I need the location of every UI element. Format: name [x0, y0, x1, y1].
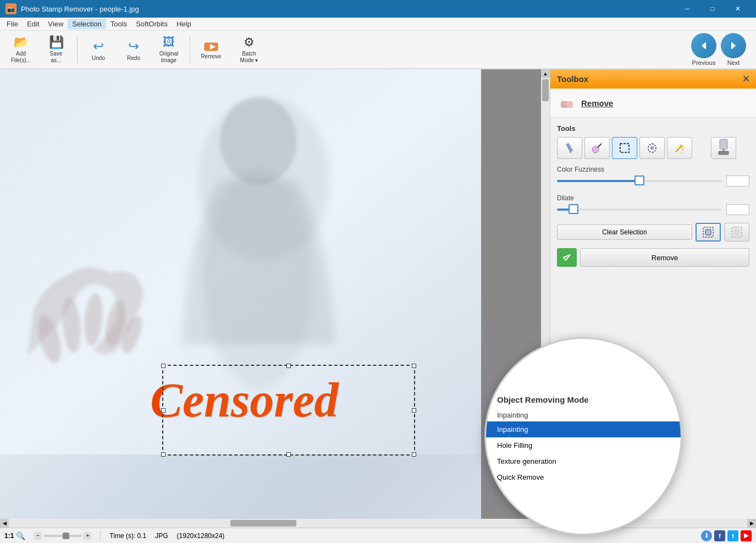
save-selection-icon — [702, 226, 715, 239]
remove-button[interactable]: Remove — [195, 33, 228, 66]
dilate-track[interactable] — [557, 209, 722, 211]
selection-handle-bl[interactable] — [161, 452, 165, 457]
maximize-button[interactable]: □ — [700, 0, 725, 18]
statusbar: 1:1 🔍 − + Time (s): 0.1 JPG (1920x1280x2… — [0, 528, 756, 543]
vertical-scrollbar[interactable]: ▲ ▼ — [541, 69, 550, 519]
twitter-button[interactable]: t — [727, 530, 738, 541]
horizontal-scrollbar[interactable]: ◀ ▶ — [0, 519, 756, 528]
selection-handle-bm[interactable] — [286, 452, 291, 457]
svg-rect-16 — [561, 101, 565, 102]
previous-button[interactable] — [691, 33, 716, 58]
dilate-slider-container: 2 — [557, 204, 749, 215]
scroll-right-arrow[interactable]: ▶ — [747, 519, 756, 528]
zoom-slider-thumb[interactable] — [63, 533, 69, 539]
minimize-button[interactable]: ─ — [675, 0, 700, 18]
selection-handle-br[interactable] — [412, 452, 416, 457]
selection-handle-ml[interactable] — [161, 408, 165, 413]
canvas-area[interactable]: Censored ▲ ▼ — [0, 69, 550, 519]
social-section: ℹ f t ▶ — [701, 530, 752, 541]
menu-selection[interactable]: Selection — [68, 19, 106, 29]
stamp-tool-button[interactable] — [711, 137, 736, 159]
redo-button[interactable]: ↪ Redo — [117, 33, 150, 66]
original-image-icon: 🖼 — [163, 35, 175, 50]
selection-handle-tl[interactable] — [161, 364, 165, 368]
selection-rectangle[interactable] — [162, 365, 415, 456]
remove-eraser-icon — [558, 94, 576, 112]
scroll-up-arrow[interactable]: ▲ — [541, 69, 550, 78]
load-selection-button[interactable] — [724, 223, 749, 242]
scroll-thumb-v[interactable] — [542, 79, 549, 101]
remove-icon — [203, 40, 219, 53]
tools-row — [557, 137, 749, 159]
time-label: Time (s): 0.1 — [109, 532, 146, 540]
original-image-button[interactable]: 🖼 OriginalImage — [152, 33, 185, 66]
dilate-value[interactable]: 2 — [726, 204, 749, 215]
batch-mode-button[interactable]: ⚙ BatchMode ▾ — [230, 33, 268, 66]
close-button[interactable]: ✕ — [725, 0, 751, 18]
photo-canvas: Censored — [0, 69, 481, 519]
next-button[interactable] — [721, 33, 746, 58]
redo-icon: ↪ — [128, 39, 139, 54]
color-fuzziness-thumb[interactable] — [634, 175, 644, 185]
clear-selection-button[interactable]: Clear Selection — [557, 224, 692, 240]
menu-file[interactable]: File — [2, 19, 23, 29]
selection-handle-tm[interactable] — [286, 364, 291, 368]
menu-view[interactable]: View — [43, 19, 68, 29]
object-removing-section: Remove — [557, 248, 749, 267]
svg-rect-29 — [719, 151, 729, 155]
window-controls: ─ □ ✕ — [675, 0, 751, 18]
svg-rect-21 — [620, 144, 629, 152]
info-icon-button[interactable]: ℹ — [701, 530, 712, 541]
youtube-button[interactable]: ▶ — [741, 530, 752, 541]
window-title: Photo Stamp Remover - people-1.jpg — [21, 5, 675, 13]
svg-point-22 — [650, 146, 654, 150]
svg-point-8 — [220, 97, 297, 185]
magic-wand-button[interactable] — [584, 137, 610, 159]
rect-select-button[interactable] — [612, 137, 637, 159]
dimensions-label: (1920x1280x24) — [177, 532, 225, 540]
zoom-section: 1:1 🔍 — [4, 531, 25, 540]
save-as-button[interactable]: 💾 Saveas... — [40, 33, 73, 66]
confirm-button[interactable] — [557, 248, 577, 267]
menu-softorbits[interactable]: SoftOrbits — [131, 19, 172, 29]
color-fuzziness-control: Color Fuzziness 50 — [557, 166, 749, 187]
remove-action-button[interactable]: Remove — [580, 248, 749, 267]
dilate-thumb[interactable] — [569, 204, 578, 214]
hscroll-thumb[interactable] — [230, 520, 296, 526]
selection-handle-tr[interactable] — [412, 364, 416, 368]
undo-icon: ↩ — [93, 39, 104, 54]
toolbox-remove-header: Remove — [550, 89, 756, 118]
save-selection-button[interactable] — [696, 223, 721, 242]
app-icon: 📷 — [5, 3, 16, 14]
toolbox-header: Toolbox ✕ — [550, 69, 756, 89]
next-nav[interactable]: Next — [721, 33, 746, 66]
rect-select-icon — [619, 142, 631, 154]
zoom-minus-button[interactable]: − — [34, 532, 42, 540]
facebook-button[interactable]: f — [714, 530, 725, 541]
menu-help[interactable]: Help — [172, 19, 196, 29]
format-label: JPG — [155, 532, 168, 540]
pencil-icon — [564, 142, 576, 154]
zoom-plus-button[interactable]: + — [84, 532, 91, 540]
scroll-down-arrow[interactable]: ▼ — [541, 510, 550, 519]
toolbox-close-button[interactable]: ✕ — [742, 74, 749, 84]
original-image-label: OriginalImage — [159, 51, 178, 64]
zoom-label: 1:1 — [4, 532, 14, 540]
smart-select-button[interactable] — [639, 137, 665, 159]
scroll-left-arrow[interactable]: ◀ — [0, 519, 9, 528]
color-fuzziness-track[interactable] — [557, 180, 722, 182]
menu-edit[interactable]: Edit — [23, 19, 43, 29]
color-fuzziness-value[interactable]: 50 — [726, 175, 749, 187]
previous-nav[interactable]: Previous — [691, 33, 716, 66]
tools-section-label: Tools — [557, 124, 749, 133]
undo-button[interactable]: ↩ Undo — [82, 33, 115, 66]
menu-tools[interactable]: Tools — [106, 19, 131, 29]
selection-handle-mr[interactable] — [412, 408, 416, 413]
zoom-slider-track[interactable] — [43, 535, 82, 537]
add-files-button[interactable]: 📂 AddFile(s)... — [4, 33, 37, 66]
svg-rect-34 — [734, 229, 740, 235]
svg-marker-3 — [731, 42, 736, 50]
hscroll-track[interactable] — [9, 519, 747, 528]
magic-fill-button[interactable] — [667, 137, 692, 159]
pencil-tool-button[interactable] — [557, 137, 582, 159]
